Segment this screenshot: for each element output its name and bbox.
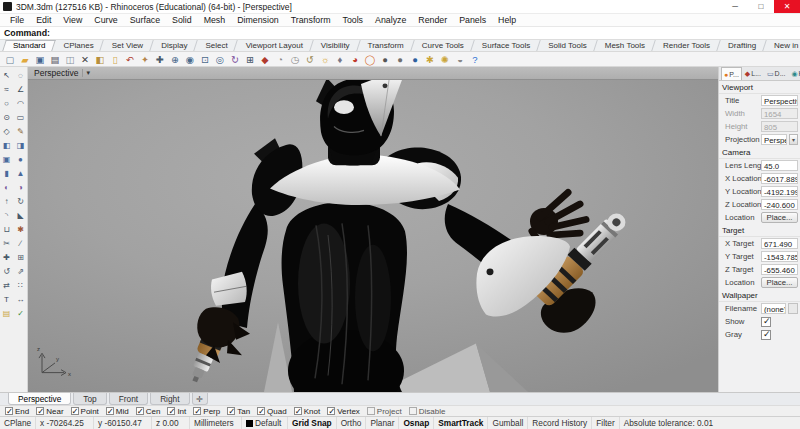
split-icon[interactable]: ∕ xyxy=(15,237,27,250)
extrude-icon[interactable]: ↑ xyxy=(1,195,13,208)
sphere-icon[interactable]: ● xyxy=(15,153,27,166)
osnap-checkbox[interactable] xyxy=(167,407,175,415)
pan-icon[interactable]: ✦ xyxy=(138,53,152,66)
osnap-toggle[interactable]: Cen xyxy=(136,407,161,416)
osnap-checkbox[interactable] xyxy=(5,407,13,415)
toolbar-tab[interactable]: New in V5 xyxy=(765,40,800,51)
osnap-toggle[interactable]: Int xyxy=(167,407,186,416)
box-icon[interactable]: ▣ xyxy=(1,153,13,166)
copy-icon[interactable]: ◧ xyxy=(93,53,107,66)
target-z-value[interactable]: -655.460 xyxy=(761,264,798,275)
export-icon[interactable]: ◫ xyxy=(63,53,77,66)
current-layer[interactable]: Default xyxy=(242,417,288,429)
toolbar-tab[interactable]: CPlanes xyxy=(54,40,102,51)
sketch-icon[interactable]: ✎ xyxy=(15,125,27,138)
viewport-title-label[interactable]: Perspective xyxy=(34,68,78,78)
status-toggle[interactable]: Osnap xyxy=(399,417,434,429)
tab-layers[interactable]: ◆ L... xyxy=(742,67,764,80)
save-icon[interactable]: ▣ xyxy=(33,53,47,66)
cplane-button[interactable]: CPlane xyxy=(0,417,36,429)
rotate-icon[interactable]: ↺ xyxy=(1,265,13,278)
osnap-checkbox[interactable] xyxy=(367,407,375,415)
undo-view-icon[interactable]: ↺ xyxy=(303,53,317,66)
osnap-toggle[interactable]: Disable xyxy=(409,407,446,416)
toolbar-tab[interactable]: Standard xyxy=(4,40,54,51)
polyline-icon[interactable]: ∠ xyxy=(15,83,27,96)
menu-item[interactable]: File xyxy=(4,15,30,25)
osnap-toggle[interactable]: Point xyxy=(71,407,99,416)
set-view-icon[interactable]: ◔ xyxy=(273,53,287,66)
shaded-display-icon[interactable]: ● xyxy=(393,53,407,66)
status-toggle[interactable]: SmartTrack xyxy=(434,417,488,429)
wallpaper-show-checkbox[interactable] xyxy=(761,317,771,327)
toolbar-tab[interactable]: Viewport Layout xyxy=(237,40,312,51)
loft-icon[interactable]: ◨ xyxy=(15,139,27,152)
osnap-checkbox[interactable] xyxy=(409,407,417,415)
osnap-checkbox[interactable] xyxy=(227,407,235,415)
paste-icon[interactable]: ▯ xyxy=(108,53,122,66)
shade-icon[interactable]: ◆ xyxy=(258,53,272,66)
projection-value[interactable]: Perspect... xyxy=(761,134,787,145)
menu-item[interactable]: View xyxy=(57,15,88,25)
menu-item[interactable]: Transform xyxy=(285,15,337,25)
menu-item[interactable]: Mesh xyxy=(198,15,232,25)
lasso-icon[interactable]: ◌ xyxy=(15,69,27,82)
viewport-tab[interactable]: Front xyxy=(109,393,148,405)
osnap-toggle[interactable]: Near xyxy=(36,407,63,416)
toolbar-tab[interactable]: Mesh Tools xyxy=(596,40,654,51)
rectangle-icon[interactable]: ▭ xyxy=(15,111,27,124)
viewport-layout-icon[interactable]: ⊞ xyxy=(243,53,257,66)
lens-length-value[interactable]: 45.0 xyxy=(761,160,798,171)
move-object-icon[interactable]: ✚ xyxy=(1,251,13,264)
gumball-icon[interactable]: ◒ xyxy=(453,53,467,66)
projection-dropdown-caret[interactable]: ▾ xyxy=(789,134,798,145)
menu-item[interactable]: Tools xyxy=(336,15,369,25)
named-view-icon[interactable]: ◷ xyxy=(288,53,302,66)
command-input[interactable] xyxy=(50,27,800,39)
options-icon[interactable]: ✱ xyxy=(423,53,437,66)
check-icon[interactable]: ✓ xyxy=(15,307,27,320)
render-preview-icon[interactable]: ◯ xyxy=(363,53,377,66)
camera-x-value[interactable]: -6017.889 xyxy=(761,173,798,184)
toolbar-tab[interactable]: Transform xyxy=(359,40,413,51)
osnap-checkbox[interactable] xyxy=(106,407,114,415)
delete-icon[interactable]: ✕ xyxy=(78,53,92,66)
toolbar-tab[interactable]: Surface Tools xyxy=(473,40,539,51)
array-icon[interactable]: ∷ xyxy=(15,279,27,292)
zoom-dynamic-icon[interactable]: ⊕ xyxy=(168,53,182,66)
maximize-button[interactable]: □ xyxy=(748,0,774,13)
join-icon[interactable]: ⊔ xyxy=(1,223,13,236)
wallpaper-filename-value[interactable]: (none) xyxy=(761,303,786,314)
undo-icon[interactable]: ↶ xyxy=(123,53,137,66)
status-toggle[interactable]: Gumball xyxy=(488,417,528,429)
osnap-checkbox[interactable] xyxy=(136,407,144,415)
fillet-icon[interactable]: ◝ xyxy=(1,209,13,222)
status-toggle[interactable]: Ortho xyxy=(337,417,367,429)
boolean-difference-icon[interactable]: ◑ xyxy=(15,181,27,194)
text-icon[interactable]: T xyxy=(1,293,13,306)
surface-icon[interactable]: ◧ xyxy=(1,139,13,152)
help-icon[interactable]: ? xyxy=(468,53,482,66)
zoom-window-icon[interactable]: ◉ xyxy=(183,53,197,66)
viewport-canvas[interactable]: x y z xyxy=(28,80,718,392)
cylinder-icon[interactable]: ▮ xyxy=(1,167,13,180)
status-toggle[interactable]: Filter xyxy=(592,417,619,429)
osnap-checkbox[interactable] xyxy=(36,407,44,415)
osnap-toggle[interactable]: Vertex xyxy=(327,407,360,416)
print-icon[interactable]: ▤ xyxy=(48,53,62,66)
cone-icon[interactable]: ▲ xyxy=(15,167,27,180)
osnap-checkbox[interactable] xyxy=(257,407,265,415)
new-viewport-tab-button[interactable]: ✛ xyxy=(192,393,208,405)
viewport-tab[interactable]: Top xyxy=(73,393,106,405)
osnap-checkbox[interactable] xyxy=(327,407,335,415)
wallpaper-browse-button[interactable] xyxy=(788,303,798,314)
revolve-icon[interactable]: ↻ xyxy=(15,195,27,208)
explode-icon[interactable]: ✱ xyxy=(15,223,27,236)
target-x-value[interactable]: 671.490 xyxy=(761,238,798,249)
target-place-button[interactable]: Place... xyxy=(761,277,798,288)
menu-item[interactable]: Edit xyxy=(30,15,57,25)
toolbar-tab[interactable]: Display xyxy=(152,40,196,51)
toolbar-tab[interactable]: Set View xyxy=(103,40,152,51)
osnap-toggle[interactable]: Tan xyxy=(227,407,250,416)
tab-properties[interactable]: ● P... xyxy=(721,67,742,80)
